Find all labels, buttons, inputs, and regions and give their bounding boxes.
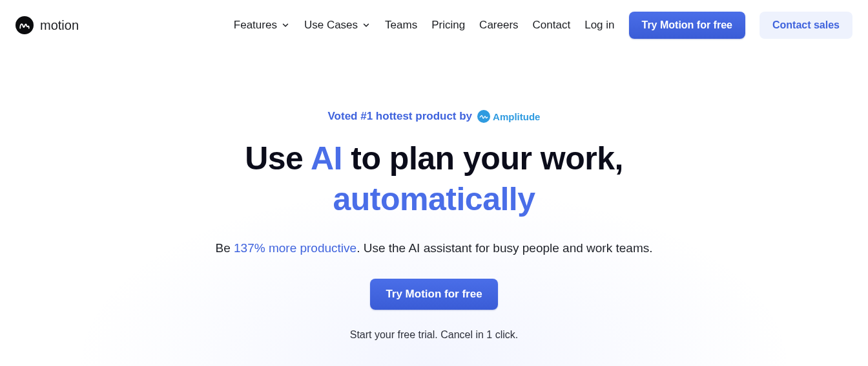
nav-teams-label: Teams [385, 19, 417, 32]
nav-features-label: Features [234, 19, 277, 32]
tagline: Voted #1 hottest product by Amplitude [0, 110, 868, 123]
nav-contact-label: Contact [533, 19, 571, 32]
nav-teams[interactable]: Teams [385, 19, 417, 32]
logo-mark-icon [16, 16, 34, 34]
hero-subhead: Be 137% more productive. Use the AI assi… [0, 241, 868, 255]
try-free-button[interactable]: Try Motion for free [629, 12, 745, 39]
nav-pricing[interactable]: Pricing [431, 19, 465, 32]
hero-try-free-button[interactable]: Try Motion for free [370, 279, 497, 310]
sub-highlight: 137% more productive [234, 241, 356, 255]
headline-mid: to plan your work, [342, 140, 623, 177]
hero-headline: Use AI to plan your work, automatically [0, 138, 868, 219]
headline-auto: automatically [333, 181, 535, 217]
amplitude-badge[interactable]: Amplitude [477, 110, 540, 123]
main-nav: Features Use Cases Teams Pricing Careers… [234, 12, 852, 39]
headline-pre: Use [245, 140, 311, 177]
hero-microcopy: Start your free trial. Cancel in 1 click… [0, 329, 868, 341]
chevron-down-icon [281, 21, 290, 30]
hero-section: Voted #1 hottest product by Amplitude Us… [0, 110, 868, 341]
contact-sales-button[interactable]: Contact sales [760, 12, 852, 39]
brand-logo[interactable]: motion [16, 16, 79, 34]
amplitude-icon [477, 110, 490, 123]
sub-pre: Be [216, 241, 234, 255]
brand-name: motion [40, 18, 79, 33]
nav-use-cases-label: Use Cases [304, 19, 358, 32]
nav-contact[interactable]: Contact [533, 19, 571, 32]
site-header: motion Features Use Cases Teams Pricing … [0, 0, 868, 39]
hero-cta: Try Motion for free [0, 279, 868, 310]
chevron-down-icon [362, 21, 371, 30]
nav-careers[interactable]: Careers [479, 19, 518, 32]
nav-features[interactable]: Features [234, 19, 290, 32]
headline-ai: AI [311, 140, 342, 177]
nav-careers-label: Careers [479, 19, 518, 32]
tagline-text: Voted #1 hottest product by [328, 110, 473, 123]
nav-login[interactable]: Log in [584, 19, 614, 32]
sub-post: . Use the AI assistant for busy people a… [356, 241, 652, 255]
nav-pricing-label: Pricing [431, 19, 465, 32]
amplitude-label: Amplitude [493, 111, 540, 122]
nav-use-cases[interactable]: Use Cases [304, 19, 371, 32]
nav-login-label: Log in [584, 19, 614, 32]
